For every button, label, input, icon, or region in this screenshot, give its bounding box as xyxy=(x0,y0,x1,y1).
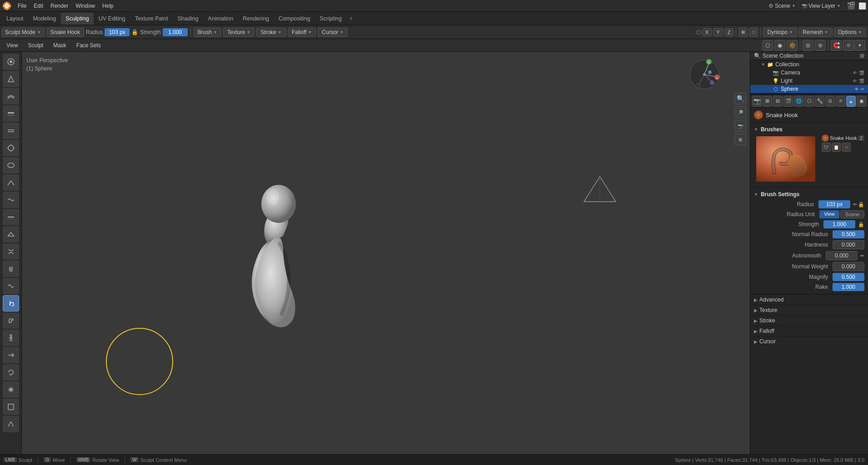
gizmo-btn[interactable]: ⊕ xyxy=(815,40,826,51)
brush-name-btn[interactable]: Snake Hook xyxy=(46,28,84,37)
camera-view-btn[interactable]: 📷 xyxy=(734,120,746,132)
remesh-btn[interactable]: Remesh ▼ xyxy=(798,28,833,37)
radius-pen-icon[interactable]: ✏ xyxy=(853,202,857,208)
z-axis-btn[interactable]: Z xyxy=(724,28,734,36)
tab-compositing[interactable]: Compositing xyxy=(274,13,314,25)
normal-weight-value[interactable]: 0.000 xyxy=(833,262,864,271)
outliner-sphere[interactable]: ▼ ⬡ Sphere 👁 ✏ xyxy=(750,85,868,93)
zoom-in-btn[interactable]: 🔍 xyxy=(734,93,746,104)
tab-rendering[interactable]: Rendering xyxy=(238,13,274,25)
camera-render-icon[interactable]: 🎬 xyxy=(859,70,864,75)
strength-lock-icon[interactable]: 🔒 xyxy=(858,222,864,228)
menu-edit[interactable]: Edit xyxy=(30,2,46,10)
props-tab-scene[interactable]: 🎬 xyxy=(783,96,793,107)
zoom-out-btn[interactable]: 🔎 xyxy=(734,106,746,118)
viewport-shading-solid[interactable]: ⬡ xyxy=(762,40,773,51)
tool-clay[interactable] xyxy=(3,88,19,104)
radius-value[interactable]: 103 px xyxy=(105,28,130,36)
viewport[interactable]: User Perspective (1) Sphere Y X xyxy=(22,52,750,454)
tool-blob[interactable] xyxy=(3,157,19,173)
engine-selector[interactable]: ⚙ Scene ▼ xyxy=(768,3,796,9)
sculpt-menu[interactable]: Sculpt xyxy=(25,41,47,49)
cursor-section[interactable]: ▶ Cursor xyxy=(750,336,868,346)
props-tab-output[interactable]: ⊞ xyxy=(763,96,772,107)
props-tab-modifier[interactable]: 🔧 xyxy=(815,96,824,107)
tool-rotate[interactable] xyxy=(3,364,19,381)
tool-nudge[interactable] xyxy=(3,347,19,363)
overlay-btn[interactable]: ⊞ xyxy=(803,40,813,51)
tool-snake-hook[interactable] xyxy=(3,295,19,312)
props-tab-material[interactable]: ◉ xyxy=(857,96,866,107)
tool-thumb[interactable] xyxy=(3,312,19,329)
y-axis-btn[interactable]: Y xyxy=(713,28,723,36)
tab-uv-editing[interactable]: UV Editing xyxy=(94,13,130,25)
props-tab-data[interactable]: ▲ xyxy=(846,96,856,107)
radius-lock-icon[interactable]: 🔒 xyxy=(858,202,864,208)
tool-clay-strips[interactable] xyxy=(3,105,19,122)
tool-scrape[interactable] xyxy=(3,226,19,242)
magnify-value[interactable]: 0.500 xyxy=(833,273,864,281)
x-axis-btn[interactable]: X xyxy=(702,28,712,36)
proportional-edit-arrow[interactable]: ▼ xyxy=(854,40,865,51)
tool-flatten[interactable] xyxy=(3,209,19,225)
brushes-header[interactable]: ▼ Brushes xyxy=(754,124,864,134)
viewport-shading-material[interactable]: ◉ xyxy=(774,40,785,51)
tool-draw-sharp[interactable] xyxy=(3,71,19,87)
tool-mask[interactable] xyxy=(3,381,19,398)
radius-lock-icon[interactable]: 🔒 xyxy=(131,29,138,35)
falloff-btn[interactable]: Falloff ▼ xyxy=(288,28,316,37)
view-unit-btn[interactable]: View xyxy=(819,210,839,218)
tool-grab[interactable] xyxy=(3,261,19,277)
add-workspace-btn[interactable]: + xyxy=(347,14,355,23)
sphere-visibility-icon[interactable]: 👁 xyxy=(854,87,859,92)
rake-value[interactable]: 1.000 xyxy=(833,283,864,291)
fullscreen-btn[interactable]: ⬜ xyxy=(858,2,866,10)
brush-preview-thumbnail[interactable] xyxy=(756,136,815,182)
brush-shield-btn[interactable]: 🛡 xyxy=(822,143,831,152)
snap-btn[interactable]: 🧲 xyxy=(831,40,842,51)
props-tab-render[interactable]: 📷 xyxy=(752,96,762,107)
tool-elastic-deform[interactable] xyxy=(3,278,19,294)
dyntopo-btn[interactable]: Dyntopo ▼ xyxy=(763,28,797,37)
props-tab-physics[interactable]: ⚛ xyxy=(836,96,845,107)
brush-copy-btn[interactable]: 📋 xyxy=(832,143,841,152)
light-render-icon[interactable]: 🎬 xyxy=(859,79,864,84)
tool-pose[interactable] xyxy=(3,330,19,346)
tool-inflate[interactable] xyxy=(3,140,19,156)
cursor-btn[interactable]: Cursor ▼ xyxy=(318,28,348,37)
menu-window[interactable]: Window xyxy=(72,2,98,10)
menu-help[interactable]: Help xyxy=(99,2,117,10)
tab-layout[interactable]: Layout xyxy=(2,13,28,25)
advanced-section[interactable]: ▶ Advanced xyxy=(750,294,868,305)
viewport-shading-rendered[interactable]: 🔆 xyxy=(787,40,798,51)
autosmooth-lock-icon[interactable]: ✏ xyxy=(860,253,864,259)
strength-value[interactable]: 1.000 xyxy=(163,28,188,36)
texture-btn[interactable]: Texture ▼ xyxy=(223,28,254,37)
outliner-filter-btn[interactable]: ⊞ xyxy=(860,53,864,59)
face-sets-menu[interactable]: Face Sets xyxy=(73,41,105,49)
tab-animation[interactable]: Animation xyxy=(204,13,238,25)
tab-sculpting[interactable]: Sculpting xyxy=(61,13,93,25)
scene-unit-btn[interactable]: Scene xyxy=(840,210,864,218)
brush-settings-header[interactable]: ▼ Brush Settings xyxy=(754,189,864,199)
brush-delete-btn[interactable]: ✕ xyxy=(842,143,851,152)
stroke-section[interactable]: ▶ Stroke xyxy=(750,315,868,326)
radius-prop-value[interactable]: 103 px xyxy=(818,200,850,208)
render-btn[interactable]: 🎬 xyxy=(847,1,856,10)
tool-annotate[interactable] xyxy=(3,416,19,432)
view-menu[interactable]: View xyxy=(3,41,22,49)
tool-draw[interactable] xyxy=(3,54,19,70)
light-visibility-icon[interactable]: 👁 xyxy=(853,79,857,84)
sphere-sculpt-icon[interactable]: ✏ xyxy=(861,87,864,92)
tab-texture-paint[interactable]: Texture Paint xyxy=(130,13,173,25)
hardness-value[interactable]: 0.000 xyxy=(833,240,864,249)
brush-btn[interactable]: Brush ▼ xyxy=(194,28,221,37)
mode-selector[interactable]: Sculpt Mode ▼ xyxy=(2,28,45,37)
tool-box-mask[interactable] xyxy=(3,399,19,415)
normal-radius-value[interactable]: 0.500 xyxy=(833,230,864,238)
props-tab-object[interactable]: ⬡ xyxy=(804,96,814,107)
camera-visibility-icon[interactable]: 👁 xyxy=(853,70,857,75)
autosmooth-value[interactable]: 0.000 xyxy=(826,251,858,260)
tool-layer[interactable] xyxy=(3,123,19,139)
outliner-light[interactable]: ▼ 💡 Light 👁 🎬 xyxy=(750,77,868,85)
